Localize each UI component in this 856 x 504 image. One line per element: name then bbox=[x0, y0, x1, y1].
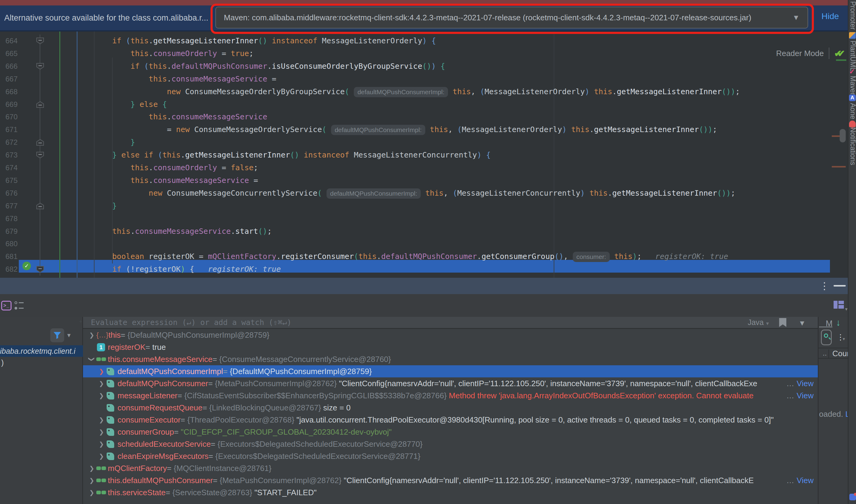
reader-mode-widget[interactable]: Reader Mode ✔✔ bbox=[776, 47, 845, 59]
expand-chevron-icon[interactable]: ❯ bbox=[87, 331, 96, 339]
expand-chevron-icon[interactable]: ❯ bbox=[97, 392, 106, 399]
debug-toolbar-row[interactable]: >_ ▾ bbox=[0, 294, 848, 317]
expand-chevron-icon[interactable]: ❯ bbox=[97, 452, 106, 460]
code-line-672[interactable]: } bbox=[0, 136, 830, 149]
error-stripe-mark[interactable] bbox=[832, 136, 840, 137]
code-line-680[interactable] bbox=[0, 237, 830, 250]
selected-stack-frame[interactable]: ibaba.rocketmq.client.i bbox=[0, 345, 83, 357]
code-line-673[interactable]: } else if (this.getMessageListenerInner(… bbox=[0, 149, 830, 161]
divider bbox=[829, 48, 830, 59]
view-value-link[interactable]: View bbox=[797, 391, 814, 400]
memory-view-panel[interactable]: M ↓ ⋮ ▾ .. Count oaded. L bbox=[818, 317, 848, 504]
code-line-674[interactable]: this.consumeOrderly = false; bbox=[0, 161, 830, 174]
memory-load-link[interactable]: L bbox=[845, 410, 848, 419]
right-tool-window-stripe[interactable]: Promoter X PlantUML ✓ Maven A Aone Notif… bbox=[848, 0, 856, 504]
expand-chevron-icon[interactable]: ❯ bbox=[97, 428, 106, 435]
kebab-menu-icon[interactable]: ⋮ bbox=[820, 279, 829, 293]
field-tag-icon bbox=[106, 377, 118, 390]
variable-row-scheduledExecutorService[interactable]: ❯scheduledExecutorService = {Executors$D… bbox=[83, 438, 818, 450]
variable-row-cleanExpireMsgExecutors[interactable]: ❯cleanExpireMsgExecutors = {Executors$De… bbox=[83, 450, 818, 462]
code-line-678[interactable] bbox=[0, 212, 830, 225]
code-line-682[interactable]: if (!registerOK) { registerOK: true bbox=[0, 263, 830, 276]
source-jar-dropdown[interactable]: Maven: com.alibaba.middleware:rocketmq-c… bbox=[215, 7, 808, 29]
view-value-link[interactable]: View bbox=[797, 476, 814, 485]
variable-row-messageListener[interactable]: ❯messageListener = {CifStatusEventSubscr… bbox=[83, 390, 818, 402]
terminal-icon[interactable]: >_ bbox=[1, 301, 12, 310]
evaluate-expression-input[interactable]: Evaluate expression (↵) or add a watch (… bbox=[91, 318, 748, 327]
code-line-666[interactable]: if (this.defaultMQPushConsumer.isUseCons… bbox=[0, 60, 830, 73]
variable-row-defaultMQPushConsumer[interactable]: ❯defaultMQPushConsumer = {MetaPushConsum… bbox=[83, 377, 818, 390]
code-line-671[interactable]: = new ConsumeMessageOrderlyService( defa… bbox=[0, 123, 830, 136]
layout-settings-icon[interactable] bbox=[834, 301, 844, 309]
code-line-670[interactable]: this.consumeMessageService bbox=[0, 111, 830, 123]
chevron-down-icon: ▾ bbox=[843, 336, 845, 342]
code-line-676[interactable]: new ConsumeMessageConcurrentlyService( d… bbox=[0, 187, 830, 200]
code-line-668[interactable]: new ConsumeMessageOrderlyByGroupService(… bbox=[0, 85, 830, 98]
tool-stripe-aone[interactable]: Aone bbox=[849, 103, 856, 119]
variable-row-this.serviceState[interactable]: ❯this.serviceState = {ServiceState@28763… bbox=[83, 486, 818, 499]
variable-row-defaultMQPushConsumerImpl[interactable]: ❯defaultMQPushConsumerImpl = {DefaultMQP… bbox=[83, 365, 818, 377]
code-line-679[interactable]: this.consumeMessageService.start(); bbox=[0, 225, 830, 238]
view-value-link[interactable]: View bbox=[797, 379, 814, 388]
bookmark-add-icon[interactable] bbox=[779, 318, 786, 327]
field-tag-icon bbox=[106, 450, 118, 462]
expand-chevron-icon[interactable]: ❯ bbox=[87, 465, 96, 472]
code-line-667[interactable]: this.consumeMessageService = bbox=[0, 73, 830, 85]
stack-frame-text[interactable]: ) bbox=[1, 357, 4, 368]
chevron-down-icon[interactable]: ▾ bbox=[67, 331, 71, 339]
expand-chevron-icon[interactable]: ❯ bbox=[87, 489, 96, 496]
inspections-ok-check-icon[interactable]: ✔✔ bbox=[834, 48, 845, 59]
expand-chevron-icon[interactable]: ❯ bbox=[97, 416, 106, 424]
plus-icon: + bbox=[77, 319, 84, 325]
code-editor[interactable]: 6646656666676686696706716726736746756766… bbox=[0, 32, 856, 278]
code-line-677[interactable]: } bbox=[0, 200, 830, 212]
expand-chevron-icon[interactable]: ❯ bbox=[97, 380, 106, 387]
variable-row-this[interactable]: ❯{…}this = {DefaultMQPushConsumerImpl@28… bbox=[83, 329, 818, 341]
memory-status-message[interactable]: oaded. L bbox=[819, 410, 848, 419]
watch-glasses-icon bbox=[96, 462, 108, 474]
debug-tool-window-header[interactable]: ⋮ bbox=[0, 278, 856, 294]
language-selector[interactable]: Java bbox=[748, 318, 764, 327]
tool-stripe-promoter[interactable]: Promoter X bbox=[849, 1, 856, 36]
expand-chevron-icon[interactable]: ❯ bbox=[88, 355, 95, 364]
notification-corner-icon[interactable] bbox=[849, 494, 856, 500]
variable-name: registerOK bbox=[108, 343, 145, 352]
tool-stripe-plantuml[interactable]: PlantUML bbox=[849, 41, 856, 71]
variable-row-consumeExecutor[interactable]: ❯consumeExecutor = {ThreadPoolExecutor@2… bbox=[83, 414, 818, 426]
minimize-icon[interactable] bbox=[834, 285, 846, 287]
code-line-681[interactable]: boolean registerOK = mQClientFactory.reg… bbox=[0, 250, 830, 263]
memory-col-count: Count bbox=[832, 349, 848, 358]
tool-stripe-maven[interactable]: Maven bbox=[849, 76, 856, 96]
code-line-675[interactable]: this.consumeMessageService = bbox=[0, 174, 830, 187]
error-stripe-mark[interactable] bbox=[832, 166, 846, 167]
editor-scrollbar-thumb[interactable] bbox=[840, 129, 846, 142]
expand-chevron-icon[interactable]: ❯ bbox=[97, 368, 106, 375]
maven-check-icon[interactable]: ✓ bbox=[849, 67, 855, 76]
column-divider[interactable] bbox=[828, 349, 829, 358]
frames-panel[interactable]: ▾ ibaba.rocketmq.client.i ) bbox=[0, 317, 83, 504]
history-chevron-icon[interactable]: ▼ bbox=[799, 319, 806, 327]
aone-icon[interactable]: A bbox=[849, 94, 856, 101]
variable-row-this.defaultMQPushConsumer[interactable]: ❯this.defaultMQPushConsumer = {MetaPushC… bbox=[83, 474, 818, 486]
notifications-bell-icon[interactable] bbox=[849, 121, 856, 127]
hide-banner-link[interactable]: Hide bbox=[821, 7, 839, 25]
code-line-669[interactable]: } else { bbox=[0, 98, 830, 111]
tool-stripe-notifications[interactable]: Notifications bbox=[849, 127, 856, 165]
memory-search-button[interactable] bbox=[821, 329, 832, 345]
filter-frames-button[interactable] bbox=[50, 328, 64, 342]
load-classes-arrow-icon[interactable]: ↓ bbox=[836, 318, 841, 328]
variable-row-this.consumeMessageService[interactable]: ❯this.consumeMessageService = {ConsumeMe… bbox=[83, 353, 818, 365]
code-line-664[interactable]: if (this.getMessageListenerInner() insta… bbox=[0, 35, 830, 47]
variable-row-consumeRequestQueue[interactable]: consumeRequestQueue = {LinkedBlockingQue… bbox=[83, 402, 818, 414]
variable-row-registerOK[interactable]: 1registerOK = true bbox=[83, 341, 818, 353]
expand-chevron-icon[interactable]: ❯ bbox=[97, 440, 106, 448]
variable-name: cleanExpireMsgExecutors bbox=[118, 452, 209, 461]
variables-tree[interactable]: ❯{…}this = {DefaultMQPushConsumerImpl@28… bbox=[83, 329, 818, 504]
memory-column-header[interactable]: .. Count bbox=[818, 348, 848, 359]
evaluate-expression-bar[interactable]: Evaluate expression (↵) or add a watch (… bbox=[83, 317, 818, 329]
variable-row-consumerGroup[interactable]: ❯consumerGroup = "CID_EFCP_CIF_GROUP_GLO… bbox=[83, 426, 818, 438]
plantuml-icon[interactable] bbox=[849, 32, 856, 39]
expand-chevron-icon[interactable]: ❯ bbox=[87, 477, 96, 484]
variable-row-mQClientFactory[interactable]: ❯mQClientFactory = {MQClientInstance@287… bbox=[83, 462, 818, 474]
code-line-665[interactable]: this.consumeOrderly = true; bbox=[0, 47, 830, 60]
